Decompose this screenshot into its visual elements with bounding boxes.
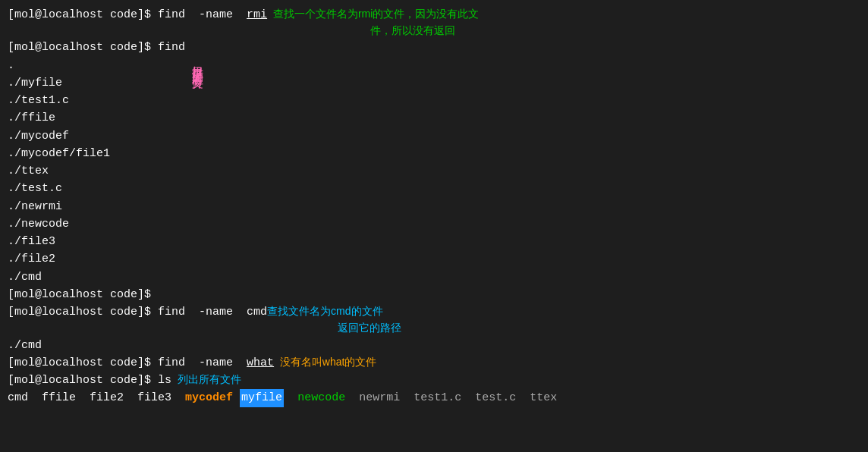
file-mycodef: mycodef (185, 389, 233, 406)
output-test1c: ./test1.c (8, 92, 110, 109)
vertical-annotation: 根目录下的所有文件 (190, 57, 207, 286)
prompt-6: [mol@localhost code]$ (8, 372, 158, 389)
output-file3: ./file3 (8, 233, 110, 250)
output-newrmi: ./newrmi (8, 198, 110, 215)
prompt-3: [mol@localhost code]$ (8, 286, 158, 303)
output-ffile: ./ffile (8, 109, 110, 127)
file-space1 (233, 389, 240, 406)
file-ffile: ffile (42, 389, 90, 406)
prompt-5: [mol@localhost code]$ (8, 354, 158, 372)
file-file3: file3 (137, 389, 185, 406)
cmd-5: find -name what (158, 354, 274, 372)
cmd-1: find -name rmi (158, 6, 267, 24)
command-line-1: [mol@localhost code]$ find -name rmi 查找一… (8, 6, 860, 39)
command-line-5: [mol@localhost code]$ find -name what 没有… (8, 354, 860, 372)
prompt-1: [mol@localhost code]$ (8, 6, 158, 24)
file-myfile: myfile (240, 389, 284, 406)
output-cmd: ./cmd (8, 268, 110, 286)
output-mycodef: ./mycodef (8, 127, 110, 145)
prompt-2: [mol@localhost code]$ (8, 39, 158, 56)
file-space3 (345, 389, 359, 406)
output-dot: . (8, 57, 110, 74)
command-line-6: [mol@localhost code]$ ls 列出所有文件 (8, 372, 860, 389)
file-space2 (284, 389, 297, 406)
find-output: . ./myfile ./test1.c ./ffile ./mycodef .… (8, 57, 860, 286)
annotation-6: 列出所有文件 (171, 372, 241, 388)
output-cmd-result: ./cmd (8, 337, 860, 354)
file-file2: file2 (90, 389, 137, 406)
output-testc: ./test.c (8, 180, 110, 197)
file-listing: . ./myfile ./test1.c ./ffile ./mycodef .… (8, 57, 110, 286)
file-list-output: cmd ffile file2 file3 mycodef myfile new… (8, 389, 860, 406)
annotation-4: 查找文件名为cmd的文件 返回它的路径 (267, 303, 401, 336)
file-space4: test1.c (400, 389, 461, 406)
cmd-2: find (158, 39, 185, 56)
command-line-4: [mol@localhost code]$ find -name cmd 查找文… (8, 303, 860, 336)
prompt-4: [mol@localhost code]$ (8, 303, 158, 321)
output-myfile: ./myfile (8, 74, 110, 92)
output-ttex: ./ttex (8, 162, 110, 180)
output-mycodef-file1: ./mycodef/file1 (8, 145, 110, 162)
file-space5: test.c (461, 389, 516, 406)
annotation-1: 查找一个文件名为rmi的文件，因为没有此文 件，所以没有返回 (267, 6, 479, 39)
file-cmd: cmd (8, 389, 42, 406)
command-line-2: [mol@localhost code]$ find (8, 39, 860, 56)
file-newrmi: newrmi (359, 389, 400, 406)
cmd-4: find -name cmd (158, 303, 267, 321)
command-line-3: [mol@localhost code]$ (8, 286, 860, 303)
terminal: [mol@localhost code]$ find -name rmi 查找一… (0, 0, 868, 452)
cmd-6: ls (158, 372, 171, 389)
file-space6: ttex (516, 389, 557, 406)
output-newcode: ./newcode (8, 215, 110, 233)
annotation-5: 没有名叫what的文件 (274, 354, 376, 371)
file-newcode: newcode (297, 389, 345, 406)
output-file2: ./file2 (8, 250, 110, 268)
